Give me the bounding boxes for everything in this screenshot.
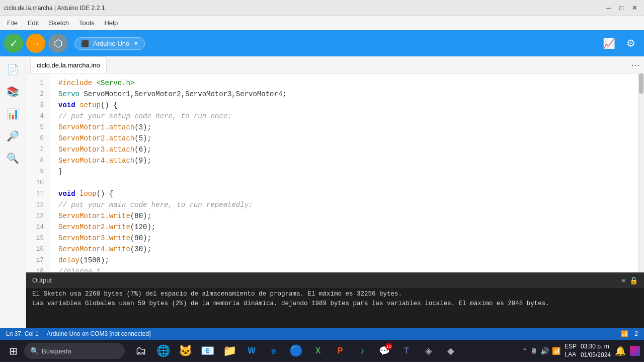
taskbar-word[interactable]: W	[242, 341, 262, 361]
taskbar-github[interactable]: 🐱	[175, 341, 195, 361]
taskbar-apps: 🗂 🌐 🐱 📧 📁 W e 🔵 X P ♪ 💬 10 T ◈ ◆	[131, 341, 461, 361]
upload-button[interactable]: →	[26, 34, 45, 53]
board-selector[interactable]: ⬛ Arduino Uno ▼	[74, 37, 145, 50]
taskbar-outlook[interactable]: 📧	[197, 341, 217, 361]
debug-button[interactable]: ⬡	[48, 34, 67, 53]
clock-date: 01/05/2024	[581, 351, 611, 359]
taskbar-edge[interactable]: e	[264, 341, 284, 361]
code-line-5: ServoMotor1.attach(3);	[58, 122, 638, 133]
taskbar-app2[interactable]: ◈	[419, 341, 439, 361]
output-title: Output	[32, 276, 52, 284]
code-line-1: #include <Servo.h>	[58, 78, 638, 89]
taskbar-app1[interactable]: 🔵	[286, 341, 306, 361]
tab-filename: ciclo.de.la.marcha.ino	[37, 61, 100, 69]
notification-bell-icon[interactable]: 🔔	[615, 345, 626, 356]
code-line-15: ServoMotor3.write(90);	[58, 233, 638, 244]
line-number-16: 16	[32, 244, 44, 255]
output-header: Output ≡ 🔒	[26, 273, 644, 287]
line-number-14: 14	[32, 222, 44, 233]
verify-button[interactable]: ✓	[4, 34, 23, 53]
editor-area: ciclo.de.la.marcha.ino ⋯ 123456789101112…	[26, 56, 644, 328]
line-number-5: 5	[32, 122, 44, 133]
settings-button[interactable]: ⚙	[622, 34, 640, 52]
board-label: Arduino Uno	[93, 40, 129, 47]
sidebar-libraries-icon[interactable]: 📚	[4, 83, 22, 101]
title-text: ciclo.de.la.marcha | Arduino IDE 2.2.1	[4, 5, 603, 12]
board-arrow-icon: ▼	[133, 41, 138, 46]
taskbar-app3[interactable]: ◆	[441, 341, 461, 361]
line-number-15: 15	[32, 233, 44, 244]
menu-help[interactable]: Help	[99, 17, 123, 29]
language-indicator: ESP LAA	[565, 343, 577, 358]
menu-sketch[interactable]: Sketch	[44, 17, 74, 29]
sidebar-debug-icon[interactable]: 🔎	[4, 127, 22, 145]
sidebar-search-icon[interactable]: 🔍	[4, 149, 22, 167]
tray-icon-1: 🖥	[530, 347, 537, 355]
taskbar-teams[interactable]: T	[396, 341, 417, 361]
output-icons: ≡ 🔒	[621, 276, 638, 284]
menu-file[interactable]: File	[2, 17, 23, 29]
line-number-7: 7	[32, 144, 44, 155]
line-number-8: 8	[32, 155, 44, 166]
taskbar-whatsapp[interactable]: 💬 10	[374, 341, 394, 361]
lang-line1: ESP	[565, 343, 577, 351]
output-lock-icon[interactable]: 🔒	[629, 276, 638, 284]
taskbar-spotify[interactable]: ♪	[352, 341, 372, 361]
clock-time: 03:30 p. m.	[581, 342, 611, 351]
line-number-1: 1	[32, 78, 44, 89]
tab-more-icon[interactable]: ⋯	[631, 59, 640, 70]
taskbar-right: ⌃ 🖥 🔊 📶 ESP LAA 03:30 p. m. 01/05/2024 🔔	[522, 342, 640, 359]
serial-plotter-button[interactable]: 📈	[600, 34, 618, 52]
menu-tools[interactable]: Tools	[74, 17, 99, 29]
output-line-2: Las variables Globales usan 59 bytes (2%…	[32, 299, 638, 309]
taskbar-ppt[interactable]: P	[330, 341, 350, 361]
taskbar-excel[interactable]: X	[308, 341, 328, 361]
whatsapp-badge: 10	[385, 343, 392, 350]
status-wifi-icon: 📶	[621, 330, 628, 337]
taskbar-files[interactable]: 📁	[219, 341, 239, 361]
line-number-18: 18	[32, 266, 44, 272]
maximize-button[interactable]: □	[616, 3, 627, 14]
close-button[interactable]: ✕	[629, 3, 640, 14]
code-line-6: ServoMotor2.attach(5);	[58, 133, 638, 144]
code-line-2: Servo ServoMotor1,ServoMotor2,ServoMotor…	[58, 89, 638, 100]
code-line-12: // put your main code here, to run repea…	[58, 199, 638, 210]
taskbar-chrome[interactable]: 🌐	[153, 341, 173, 361]
line-number-3: 3	[32, 100, 44, 111]
code-line-10	[58, 177, 638, 188]
output-line-1: El Sketch usa 2268 bytes (7%) del espaci…	[32, 289, 638, 299]
vertical-scrollbar[interactable]	[638, 74, 644, 272]
minimize-button[interactable]: ─	[603, 3, 614, 14]
tray-icon-2: 🔊	[540, 347, 549, 355]
line-numbers: 1234567891011121314151617181920212223	[26, 74, 50, 272]
scrollbar-thumb[interactable]	[639, 74, 643, 94]
line-number-17: 17	[32, 255, 44, 266]
editor-tab[interactable]: ciclo.de.la.marcha.ino	[30, 56, 107, 73]
line-number-13: 13	[32, 210, 44, 222]
line-number-12: 12	[32, 199, 44, 210]
code-line-4: // put your setup code here, to run once…	[58, 111, 638, 122]
code-line-14: ServoMotor2.write(120);	[58, 222, 638, 233]
line-number-2: 2	[32, 89, 44, 100]
board-icon: ⬛	[81, 40, 89, 47]
code-line-17: delay(1500);	[58, 255, 638, 266]
code-line-8: ServoMotor4.attach(9);	[58, 155, 638, 166]
taskbar-explorer[interactable]: 🗂	[131, 341, 151, 361]
code-line-9: }	[58, 166, 638, 177]
code-line-11: void loop() {	[58, 188, 638, 199]
sidebar-boards-icon[interactable]: 📊	[4, 105, 22, 123]
taskbar-search-box[interactable]: 🔍 ESP Búsqueda	[24, 343, 125, 359]
output-list-icon[interactable]: ≡	[621, 276, 625, 284]
tray-arrow-icon[interactable]: ⌃	[522, 347, 527, 354]
status-notification-count: 2	[634, 330, 638, 337]
taskbar-color-icon[interactable]	[630, 346, 640, 356]
taskbar-search-text: Búsqueda	[42, 347, 71, 355]
menu-bar: File Edit Sketch Tools Help	[0, 16, 644, 30]
code-content[interactable]: #include <Servo.h>Servo ServoMotor1,Serv…	[50, 74, 638, 272]
start-button[interactable]: ⊞	[4, 342, 22, 360]
toolbar: ✓ → ⬡ ⬛ Arduino Uno ▼ 📈 ⚙	[0, 30, 644, 56]
taskbar: ⊞ 🔍 ESP Búsqueda 🗂 🌐 🐱 📧 📁 W e 🔵 X P ♪ 💬…	[0, 340, 644, 362]
sidebar-files-icon[interactable]: 📄	[4, 60, 22, 79]
menu-edit[interactable]: Edit	[23, 17, 44, 29]
code-line-16: ServoMotor4.write(30);	[58, 244, 638, 255]
